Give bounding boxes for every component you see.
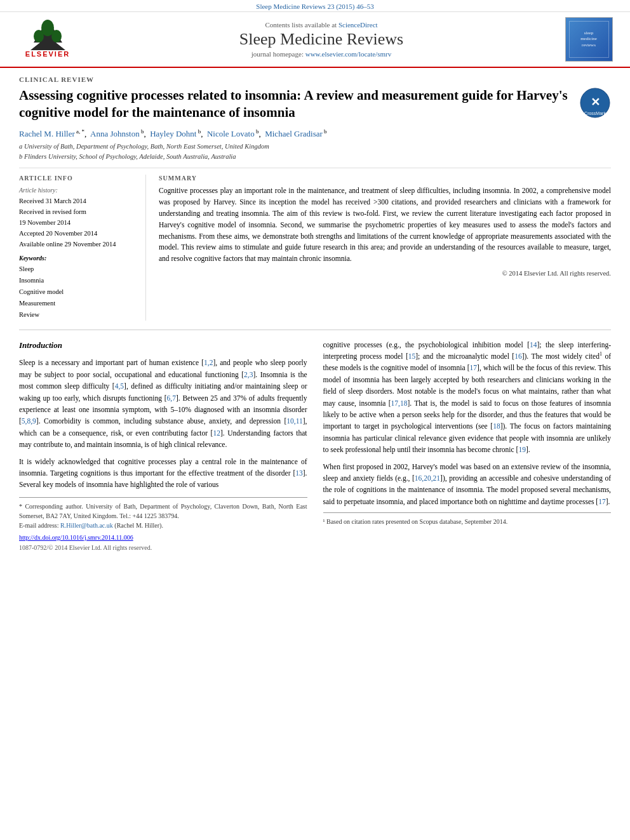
top-bar: Sleep Medicine Reviews 23 (2015) 46–53 — [0, 0, 630, 12]
body-left-col: Introduction Sleep is a necessary and im… — [19, 339, 307, 553]
footnote-sup-1: 1 — [600, 351, 602, 357]
affiliation-a: a University of Bath, Department of Psyc… — [19, 142, 611, 152]
summary-label: SUMMARY — [159, 175, 611, 182]
intro-heading: Introduction — [19, 339, 307, 352]
ref-7[interactable]: 12 — [213, 429, 220, 437]
svg-point-4 — [51, 30, 62, 43]
right-footnote-section: ¹ Based on citation rates presented on S… — [323, 512, 612, 526]
keywords-label: Keywords: — [19, 255, 136, 262]
keyword-cognitive-model: Cognitive model — [19, 286, 136, 298]
section-label: CLINICAL REVIEW — [19, 76, 611, 83]
journal-header-center: Contents lists available at ScienceDirec… — [83, 21, 560, 58]
footnote-1-text: ¹ Based on citation rates presented on S… — [323, 517, 612, 526]
received-revised-label: Received in revised form — [19, 207, 136, 218]
ref-14[interactable]: 14 — [530, 341, 537, 349]
crossmark-icon[interactable]: ✕ CrossMark — [579, 87, 611, 119]
issn-text: 1087-0792/© 2014 Elsevier Ltd. All right… — [19, 543, 307, 553]
ref-4[interactable]: 6,7 — [167, 394, 176, 402]
right-para-1: cognitive processes (e.g., the psychobio… — [323, 339, 612, 456]
copyright-notice: © 2014 Elsevier Ltd. All rights reserved… — [159, 270, 611, 277]
section-divider — [19, 330, 611, 330]
elsevier-tree-icon — [27, 18, 69, 50]
journal-reference: Sleep Medicine Reviews 23 (2015) 46–53 — [256, 3, 373, 10]
keyword-review: Review — [19, 309, 136, 321]
history-label: Article history: — [19, 187, 136, 194]
journal-title: Sleep Medicine Reviews — [83, 30, 560, 49]
svg-text:CrossMark: CrossMark — [584, 111, 606, 116]
ref-5[interactable]: 5,8,9 — [22, 417, 36, 425]
ref-16[interactable]: 16 — [514, 352, 522, 360]
sciencedirect-link[interactable]: ScienceDirect — [338, 21, 378, 29]
email-link[interactable]: R.Hiller@bath.ac.uk — [60, 522, 113, 529]
right-para-2: When first proposed in 2002, Harvey's mo… — [323, 461, 612, 508]
sciencedirect-line: Contents lists available at ScienceDirec… — [83, 21, 560, 29]
journal-cover-image: sleepmedicinereviews — [560, 17, 617, 62]
footnote-star-text: * Corresponding author. University of Ba… — [19, 502, 307, 521]
ref-17b[interactable]: 17 — [598, 498, 606, 505]
doi-link[interactable]: http://dx.doi.org/10.1016/j.smrv.2014.11… — [19, 533, 307, 543]
keyword-sleep: Sleep — [19, 263, 136, 275]
ref-2[interactable]: 2,3 — [244, 371, 253, 378]
author-lovato: Nicole Lovato — [207, 129, 255, 138]
ref-17-18[interactable]: 17,18 — [391, 399, 408, 407]
homepage-link[interactable]: www.elsevier.com/locate/smrv — [305, 50, 392, 58]
body-two-col: Introduction Sleep is a necessary and im… — [19, 339, 611, 553]
paper-title: Assessing cognitive processes related to… — [19, 87, 573, 122]
ref-17[interactable]: 17 — [470, 364, 478, 371]
intro-para-1: Sleep is a necessary and important part … — [19, 357, 307, 450]
article-info-summary: ARTICLE INFO Article history: Received 3… — [19, 168, 611, 320]
author-gradisar: Michael Gradisar — [265, 129, 323, 138]
authors-line: Rachel M. Hiller a, *, Anna Johnston b, … — [19, 128, 611, 139]
affiliation-b: b Flinders University, School of Psychol… — [19, 152, 611, 162]
svg-text:✕: ✕ — [591, 96, 600, 109]
title-row: Assessing cognitive processes related to… — [19, 87, 611, 128]
summary-col: SUMMARY Cognitive processes play an impo… — [159, 175, 611, 320]
accepted-date: Accepted 20 November 2014 — [19, 229, 136, 239]
article-info-col: ARTICLE INFO Article history: Received 3… — [19, 175, 146, 320]
keyword-measurement: Measurement — [19, 298, 136, 309]
keyword-insomnia: Insomnia — [19, 275, 136, 286]
author-hiller: Rachel M. Hiller — [19, 129, 75, 138]
affiliations: a University of Bath, Department of Psyc… — [19, 142, 611, 162]
cover-thumbnail: sleepmedicinereviews — [565, 17, 613, 62]
footnote-email: E-mail address: R.Hiller@bath.ac.uk (Rac… — [19, 521, 307, 530]
ref-6[interactable]: 10,11 — [286, 417, 302, 425]
ref-19[interactable]: 19 — [518, 446, 526, 453]
ref-3[interactable]: 4,5 — [115, 382, 124, 390]
footnote-section: * Corresponding author. University of Ba… — [19, 497, 307, 553]
ref-8[interactable]: 13 — [295, 469, 303, 477]
summary-text: Cognitive processes play an important ro… — [159, 185, 611, 265]
author-dohnt: Hayley Dohnt — [150, 129, 196, 138]
received-date: Received 31 March 2014 — [19, 196, 136, 207]
journal-header: ELSEVIER Contents lists available at Sci… — [0, 12, 630, 68]
elsevier-brand-text: ELSEVIER — [25, 50, 70, 58]
body-right-col: cognitive processes (e.g., the psychobio… — [323, 339, 612, 553]
elsevier-logo-section: ELSEVIER — [13, 18, 83, 60]
ref-16-20-21[interactable]: 16,20,21 — [415, 474, 440, 482]
received-revised-date: 19 November 2014 — [19, 218, 136, 229]
ref-18[interactable]: 18 — [493, 422, 500, 430]
journal-homepage: journal homepage: www.elsevier.com/locat… — [83, 50, 560, 58]
ref-1[interactable]: 1,2 — [204, 359, 213, 366]
available-date: Available online 29 November 2014 — [19, 239, 136, 250]
article-info-label: ARTICLE INFO — [19, 175, 136, 182]
author-johnston: Anna Johnston — [90, 129, 140, 138]
intro-para-2: It is widely acknowledged that cognitive… — [19, 456, 307, 491]
ref-15[interactable]: 15 — [408, 352, 416, 360]
